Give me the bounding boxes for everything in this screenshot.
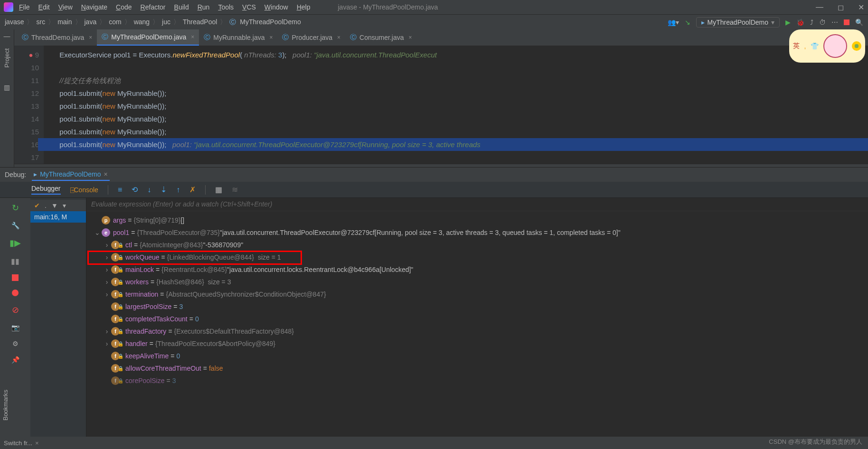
folder-icon[interactable]: ▥ [4,84,10,91]
close-tab-icon[interactable]: × [191,34,194,40]
console-tab[interactable]: ⍈Console [70,186,98,194]
evaluate-input[interactable]: Evaluate expression (Enter) or add a wat… [86,198,868,211]
expand-icon[interactable]: › [103,340,111,347]
rerun-icon[interactable]: ↻ [12,203,19,213]
code-with-me-icon[interactable]: 👥▾ [668,19,679,26]
crumb[interactable]: ThreadPool [183,18,217,26]
menu-view[interactable]: View [58,3,73,11]
bookmarks-toolwindow-button[interactable]: Bookmarks [2,390,9,421]
close-icon[interactable]: × [35,440,39,447]
step-into-icon[interactable]: ↓ [147,186,151,194]
stop-debug-icon[interactable] [12,274,19,281]
debugger-tab[interactable]: Debugger [31,185,61,195]
resume-icon[interactable]: ▮▶ [9,238,21,248]
editor-tab[interactable]: ⒸMyThreadPoolDemo.java× [97,29,199,46]
drop-frame-icon[interactable]: ✗ [189,185,196,194]
variable-row[interactable]: ›f🔒workQueue={LinkedBlockingQueue@844} s… [88,251,866,263]
search-icon[interactable]: 🔍 [855,19,863,26]
crumb[interactable]: juc [162,18,170,26]
variable-row[interactable]: ›f🔒handler={ThreadPoolExecutor$AbortPoli… [88,337,866,350]
editor-tab[interactable]: ⒸThreadDemo.java× [17,29,97,46]
project-toolwindow-button[interactable]: Project [3,48,10,67]
editor-tab[interactable]: ⒸProducer.java× [277,29,345,46]
step-over-icon[interactable]: ⟲ [132,185,138,194]
mute-breakpoints-icon[interactable]: ⊘ [12,305,19,315]
variable-row[interactable]: ›f🔒termination={AbstractQueuedSynchroniz… [88,288,866,300]
chevron-down-icon[interactable]: ▾ [63,202,66,209]
run-icon[interactable]: ▶ [785,19,791,26]
close-tab-icon[interactable]: × [337,34,340,41]
evaluate-icon[interactable]: ▦ [215,185,222,194]
expand-icon[interactable]: ⌄ [93,229,102,236]
menu-vcs[interactable]: VCS [242,3,256,11]
debug-icon[interactable]: 🐞 [796,19,804,26]
switch-frame-label[interactable]: Switch fr... [4,440,32,447]
debug-session-tab[interactable]: ▸ MyThreadPoolDemo × [32,168,110,181]
view-breakpoints-icon[interactable] [12,290,19,296]
editor-tab[interactable]: ⒸMyRunnable.java× [199,29,277,46]
variable-row[interactable]: f🔒largestPoolSize=3 [88,300,866,313]
maximize-icon[interactable]: ◻ [838,3,844,12]
variable-row[interactable]: ›f🔒ctl={AtomicInteger@843} "-536870909" [88,239,866,251]
settings-icon[interactable]: ⚙ [12,340,19,347]
step-out-icon[interactable]: ↑ [176,186,180,194]
variable-row[interactable]: f🔒corePoolSize=3 [88,374,866,387]
expand-icon[interactable]: › [103,266,111,273]
variable-row[interactable]: ›f🔒mainLock={ReentrantLock@845} "java.ut… [88,263,866,276]
menu-file[interactable]: File [19,3,30,11]
crumb[interactable]: com [109,18,121,26]
expand-icon[interactable]: › [103,253,111,261]
filter-icon[interactable]: ▼ [51,202,58,209]
variable-row[interactable]: f🔒allowCoreThreadTimeOut=false [88,362,866,374]
menu-help[interactable]: Help [297,3,311,11]
trace-icon[interactable]: ≋ [232,185,238,194]
variable-row[interactable]: f🔒completedTaskCount=0 [88,313,866,325]
expand-icon[interactable]: › [103,241,111,249]
editor-tab[interactable]: ⒸConsumer.java× [345,29,416,46]
stack-frame[interactable]: main:16, M [30,211,86,223]
modify-icon[interactable]: 🔧 [11,222,19,229]
menu-navigate[interactable]: Navigate [81,3,107,11]
close-icon[interactable]: ✕ [858,3,864,12]
build-icon[interactable]: ↘ [685,19,690,26]
coverage-icon[interactable]: ⤴ [810,19,813,26]
run-config-combo[interactable]: ▸ MyThreadPoolDemo ▾ [696,17,780,28]
horizontal-scrollbar[interactable] [14,164,868,167]
variable-row[interactable]: ›f🔒threadFactory={Executors$DefaultThrea… [88,325,866,337]
crumb[interactable]: wang [134,18,150,26]
menu-build[interactable]: Build [174,3,189,11]
minimize-icon[interactable]: — [816,3,823,12]
crumb[interactable]: java [85,18,97,26]
menu-code[interactable]: Code [116,3,132,11]
variable-row[interactable]: pargs={String[0]@719} [] [88,214,866,226]
menu-run[interactable]: Run [198,3,210,11]
crumb[interactable]: javase [5,18,24,26]
variable-row[interactable]: f🔒keepAliveTime=0 [88,350,866,362]
menu-refactor[interactable]: Refactor [141,3,166,11]
force-step-into-icon[interactable]: ⇣ [160,185,167,194]
check-icon[interactable]: ✔ [34,202,40,209]
close-tab-icon[interactable]: × [408,34,412,41]
close-tab-icon[interactable]: × [269,34,273,41]
crumb[interactable]: Ⓒ MyThreadPoolDemo [229,18,301,26]
variable-row[interactable]: ⌄epool1={ThreadPoolExecutor@735} "java.u… [88,226,866,239]
ime-indicator[interactable]: 英 , 👕 [789,29,865,63]
menu-tools[interactable]: Tools [218,3,234,11]
pin-icon[interactable]: 📌 [11,356,19,364]
collapse-icon[interactable]: — [4,32,10,40]
close-tab-icon[interactable]: × [89,34,92,41]
expand-icon[interactable]: › [103,327,111,335]
code-editor[interactable]: ExecutorService pool1 = Executors.newFix… [44,46,868,164]
crumb[interactable]: main [57,18,72,26]
crumb[interactable]: src [36,18,45,26]
close-tab-icon[interactable]: × [104,170,108,178]
menu-window[interactable]: Window [264,3,288,11]
expand-icon[interactable]: › [103,278,111,286]
profile-icon[interactable]: ⏱ [819,19,826,26]
stop-icon[interactable] [844,19,849,25]
variable-row[interactable]: ›f🔒workers={HashSet@846} size = 3 [88,276,866,288]
show-exec-point-icon[interactable]: ≡ [118,186,122,194]
expand-icon[interactable]: › [103,290,111,298]
pause-icon[interactable]: ▮▮ [11,257,19,266]
thread-dump-icon[interactable]: 📷 [11,324,19,331]
